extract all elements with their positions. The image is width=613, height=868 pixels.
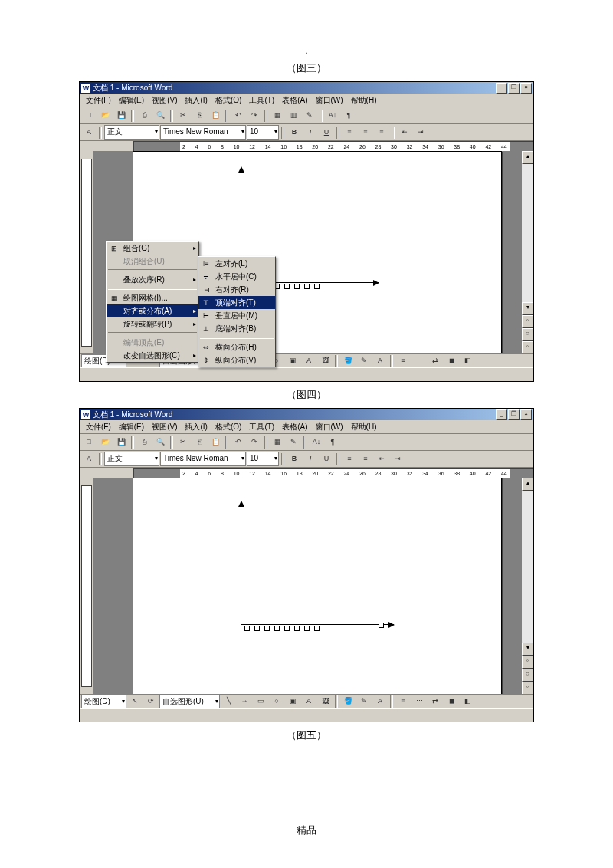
3d-icon[interactable]: ◧	[460, 694, 475, 709]
show-icon[interactable]: ¶	[341, 108, 356, 123]
shadow-icon[interactable]: ◼	[444, 353, 459, 368]
sort-icon[interactable]: A↓	[325, 108, 340, 123]
menu-edit[interactable]: 编辑(E)	[115, 95, 148, 106]
fill-icon[interactable]: 🪣	[340, 353, 356, 368]
autoshapes-menu[interactable]: 自选图形(U)	[159, 695, 220, 709]
clipart-icon[interactable]: 🖼	[317, 353, 333, 368]
sub-distribute-h[interactable]: ⇔横向分布(H)	[198, 340, 275, 353]
menu-file[interactable]: 文件(F)	[82, 422, 115, 432]
tool-a[interactable]: A	[81, 452, 97, 467]
close-button[interactable]: ×	[520, 83, 532, 94]
undo-icon[interactable]: ↶	[231, 108, 246, 123]
vertical-ruler[interactable]	[80, 478, 94, 695]
style-dropdown[interactable]: 正文	[104, 125, 159, 140]
cut-icon[interactable]: ✂	[175, 435, 191, 450]
ctx-change-shape[interactable]: 改变自选图形(C)	[107, 349, 198, 362]
menu-help[interactable]: 帮助(H)	[347, 95, 381, 106]
undo-icon[interactable]: ↶	[231, 435, 246, 450]
textbox-icon[interactable]: ▣	[285, 353, 300, 368]
menu-edit[interactable]: 编辑(E)	[115, 422, 148, 432]
drawing-icon[interactable]: ✎	[302, 108, 317, 123]
menu-file[interactable]: 文件(F)	[82, 95, 115, 106]
page-up-icon[interactable]: ◦	[522, 315, 533, 328]
vertical-scrollbar[interactable]: ▴ ▾ ◦ ○ ◦	[521, 478, 533, 695]
oval-icon[interactable]: ○	[269, 694, 284, 709]
arrowstyle-icon[interactable]: ⇄	[428, 353, 443, 368]
select-icon[interactable]: ↖	[127, 694, 143, 709]
selection-handle[interactable]	[379, 623, 384, 628]
ctx-group[interactable]: ⊞组合(G)	[107, 242, 198, 255]
table-icon[interactable]: ▦	[270, 435, 285, 450]
size-dropdown[interactable]: 10	[247, 125, 279, 140]
dash-icon[interactable]: ⋯	[411, 694, 427, 709]
align-center-icon[interactable]: ≡	[358, 125, 373, 140]
dash-icon[interactable]: ⋯	[411, 353, 427, 368]
browse-icon[interactable]: ○	[522, 669, 533, 682]
draw-menu[interactable]: 绘图(D)	[81, 695, 126, 709]
open-icon[interactable]: 📂	[97, 435, 113, 450]
ctx-order[interactable]: 叠放次序(R)	[107, 273, 198, 286]
arrowstyle-icon[interactable]: ⇄	[428, 694, 443, 709]
indent-dec-icon[interactable]: ⇤	[374, 452, 389, 467]
underline-icon[interactable]: U	[319, 125, 334, 140]
drawing-icon[interactable]: ✎	[286, 435, 301, 450]
indent-dec-icon[interactable]: ⇤	[397, 125, 412, 140]
open-icon[interactable]: 📂	[97, 108, 113, 123]
fill-icon[interactable]: 🪣	[340, 694, 356, 709]
menu-window[interactable]: 窗口(W)	[312, 95, 347, 106]
rect-icon[interactable]: ▭	[253, 694, 268, 709]
italic-icon[interactable]: I	[303, 452, 318, 467]
line-icon[interactable]: ╲	[221, 694, 236, 709]
menu-insert[interactable]: 插入(I)	[181, 95, 211, 106]
tick-marks-group[interactable]	[244, 626, 320, 631]
close-button[interactable]: ×	[520, 409, 532, 420]
linestyle-icon[interactable]: ≡	[395, 694, 411, 709]
fontcolor-icon[interactable]: A	[372, 353, 388, 368]
wordart-icon[interactable]: A	[301, 694, 316, 709]
redo-icon[interactable]: ↷	[247, 435, 262, 450]
menu-help[interactable]: 帮助(H)	[347, 422, 381, 432]
align-left-icon[interactable]: ≡	[342, 452, 357, 467]
sub-align-top[interactable]: ⊤顶端对齐(T)	[198, 296, 275, 309]
scroll-down-icon[interactable]: ▾	[522, 302, 533, 315]
italic-icon[interactable]: I	[303, 125, 318, 140]
menu-format[interactable]: 格式(O)	[211, 422, 245, 432]
shadow-icon[interactable]: ◼	[444, 694, 459, 709]
copy-icon[interactable]: ⎘	[192, 435, 207, 450]
sort-icon[interactable]: A↓	[309, 435, 324, 450]
align-center-icon[interactable]: ≡	[358, 452, 373, 467]
document-canvas[interactable]	[94, 478, 521, 695]
font-dropdown[interactable]: Times New Roman	[160, 125, 246, 140]
menu-format[interactable]: 格式(O)	[211, 95, 245, 106]
print-icon[interactable]: ⎙	[136, 435, 152, 450]
scroll-up-icon[interactable]: ▴	[522, 478, 533, 491]
redo-icon[interactable]: ↷	[247, 108, 262, 123]
x-axis-arrow[interactable]	[241, 624, 394, 625]
fontcolor-icon[interactable]: A	[372, 694, 388, 709]
sub-align-vcenter[interactable]: ⊢垂直居中(M)	[198, 309, 275, 322]
sub-align-right[interactable]: ⫤右对齐(R)	[198, 283, 275, 296]
indent-inc-icon[interactable]: ⇥	[390, 452, 405, 467]
y-axis-arrow[interactable]	[241, 501, 241, 624]
sub-align-hcenter[interactable]: ≑水平居中(C)	[198, 270, 275, 283]
sub-distribute-v[interactable]: ⇕纵向分布(V)	[198, 353, 275, 367]
linecolor-icon[interactable]: ✎	[356, 694, 372, 709]
menu-view[interactable]: 视图(V)	[148, 95, 181, 106]
scroll-down-icon[interactable]: ▾	[522, 643, 533, 656]
arrow-icon[interactable]: →	[237, 694, 252, 709]
maximize-button[interactable]: ❐	[508, 409, 520, 420]
paste-icon[interactable]: 📋	[208, 108, 223, 123]
tool-a[interactable]: A	[81, 125, 97, 140]
menu-tools[interactable]: 工具(T)	[245, 422, 278, 432]
cut-icon[interactable]: ✂	[175, 108, 191, 123]
textbox-icon[interactable]: ▣	[285, 694, 300, 709]
sub-align-left[interactable]: ⊫左对齐(L)	[198, 257, 275, 270]
align-right-icon[interactable]: ≡	[374, 125, 389, 140]
page-up-icon[interactable]: ◦	[522, 656, 533, 669]
bold-icon[interactable]: B	[287, 452, 302, 467]
columns-icon[interactable]: ▥	[286, 108, 301, 123]
new-icon[interactable]: □	[81, 108, 97, 123]
style-dropdown[interactable]: 正文	[104, 452, 159, 466]
wordart-icon[interactable]: A	[301, 353, 316, 368]
indent-inc-icon[interactable]: ⇥	[413, 125, 428, 140]
